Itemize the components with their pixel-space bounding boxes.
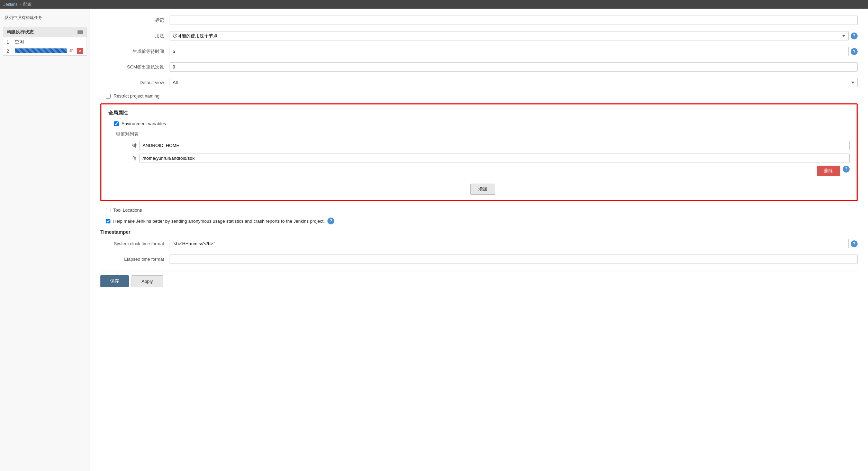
wait-time-help-icon[interactable]: ?	[851, 48, 858, 55]
build-num-2: 2	[7, 48, 12, 54]
global-props-title: 全局属性	[108, 110, 850, 116]
elapsed-time-wrap	[170, 255, 858, 264]
build-status-header: 构建执行状态 —	[3, 27, 87, 37]
help-stats-help-icon[interactable]: ?	[327, 218, 334, 224]
env-vars-label: Environment variables	[121, 121, 166, 126]
tool-locations-row: Tool Locations	[100, 207, 858, 213]
usage-field-row: 用法 尽可能的使用这个节点只允许绑定到这台机器的Job ?	[100, 31, 858, 40]
add-kv-button[interactable]: 增加	[470, 184, 495, 195]
key-input[interactable]	[139, 141, 850, 150]
env-vars-section: 键值对列表 键 值 删除 ?	[116, 131, 850, 195]
usage-help-icon[interactable]: ?	[851, 33, 858, 39]
footer-buttons: 保存 Apply	[100, 270, 858, 294]
label-field-row: 标记	[100, 16, 858, 25]
kv-row-actions: 删除 ?	[116, 166, 850, 176]
global-props-box: 全局属性 Environment variables 键值对列表 键 值	[100, 103, 858, 201]
help-text-row: Help make Jenkins better by sending anon…	[100, 218, 858, 224]
build-num-1: 1	[7, 39, 12, 45]
add-btn-row: 增加	[116, 180, 850, 195]
breadcrumb-jenkins[interactable]: Jenkins	[3, 2, 18, 7]
system-clock-wrap: ?	[170, 239, 858, 248]
system-clock-input[interactable]	[170, 239, 849, 248]
system-clock-help-icon[interactable]: ?	[851, 240, 858, 247]
key-label: 键	[116, 142, 137, 149]
sidebar: 队列中没有构建任务 构建执行状态 — 1 空闲 2 #1 ✕	[0, 9, 90, 471]
label-field-label: 标记	[100, 17, 170, 24]
build-row-1: 1 空闲	[3, 37, 87, 46]
save-button[interactable]: 保存	[100, 275, 129, 287]
usage-field-label: 用法	[100, 33, 170, 39]
default-view-select[interactable]: All	[170, 78, 858, 87]
wait-time-input[interactable]	[170, 47, 849, 56]
breadcrumb-bar: Jenkins › 配置	[0, 0, 868, 9]
label-input[interactable]	[170, 16, 858, 25]
env-vars-checkbox[interactable]	[114, 121, 119, 126]
elapsed-time-label: Elapsed time format	[100, 257, 170, 262]
restrict-naming-row: Restrict project naming	[100, 93, 858, 99]
build-cancel-button[interactable]: ✕	[77, 48, 83, 54]
tool-locations-label: Tool Locations	[113, 207, 142, 213]
restrict-naming-label: Restrict project naming	[114, 93, 160, 99]
tool-locations-checkbox[interactable]	[106, 208, 110, 212]
breadcrumb-current: 配置	[23, 1, 31, 7]
apply-button[interactable]: Apply	[132, 275, 163, 287]
usage-field-wrap: 尽可能的使用这个节点只允许绑定到这台机器的Job ?	[170, 31, 858, 40]
default-view-label: Default view	[100, 80, 170, 85]
elapsed-time-row: Elapsed time format	[100, 255, 858, 264]
system-clock-label: System clock time format	[100, 241, 170, 246]
env-vars-checkbox-row: Environment variables	[108, 121, 850, 126]
help-stats-checkbox[interactable]	[106, 219, 110, 223]
content-area: 队列中没有构建任务 构建执行状态 — 1 空闲 2 #1 ✕	[0, 9, 868, 471]
build-row-2: 2 #1 ✕	[3, 46, 87, 55]
no-jobs-text: 队列中没有构建任务	[0, 12, 90, 24]
kv-pair-block: 键 值 删除 ?	[116, 141, 850, 176]
system-clock-row: System clock time format ?	[100, 239, 858, 248]
kv-grid: 键 值	[116, 141, 850, 163]
default-view-wrap: All	[170, 78, 858, 87]
scm-retries-wrap	[170, 62, 858, 72]
scm-retries-row: SCM签出重试次数	[100, 62, 858, 72]
build-idle-label: 空闲	[15, 39, 24, 45]
wait-time-wrap: ?	[170, 47, 858, 56]
wait-time-label: 生成前等待时间	[100, 48, 170, 55]
timestamper-title: Timestamper	[100, 229, 858, 235]
value-input[interactable]	[139, 154, 850, 163]
help-text-content: Help make Jenkins better by sending anon…	[113, 219, 325, 224]
kv-label: 键值对列表	[116, 131, 850, 137]
label-field-wrap	[170, 16, 858, 25]
timestamper-section: Timestamper System clock time format ? E…	[100, 229, 858, 264]
value-label: 值	[116, 155, 137, 161]
usage-select[interactable]: 尽可能的使用这个节点只允许绑定到这台机器的Job	[170, 31, 849, 40]
scm-retries-label: SCM签出重试次数	[100, 64, 170, 70]
kv-help-icon[interactable]: ?	[843, 166, 850, 173]
page-wrapper: Jenkins › 配置 队列中没有构建任务 构建执行状态 — 1 空闲 2	[0, 0, 868, 471]
build-link[interactable]: #1	[70, 48, 74, 53]
restrict-naming-checkbox[interactable]	[106, 94, 111, 99]
breadcrumb-separator: ›	[20, 2, 21, 7]
delete-kv-button[interactable]: 删除	[817, 166, 840, 176]
build-status-title: 构建执行状态	[7, 29, 34, 35]
main-content: 标记 用法 尽可能的使用这个节点只允许绑定到这台机器的Job ? 生成前等待时间…	[90, 9, 868, 471]
build-status-section: 构建执行状态 — 1 空闲 2 #1 ✕	[3, 27, 87, 56]
wait-time-row: 生成前等待时间 ?	[100, 47, 858, 56]
elapsed-time-input[interactable]	[170, 255, 858, 264]
build-progress-bar	[15, 48, 67, 53]
default-view-row: Default view All	[100, 78, 858, 87]
minimize-button[interactable]: —	[78, 30, 83, 34]
scm-retries-input[interactable]	[170, 62, 858, 72]
